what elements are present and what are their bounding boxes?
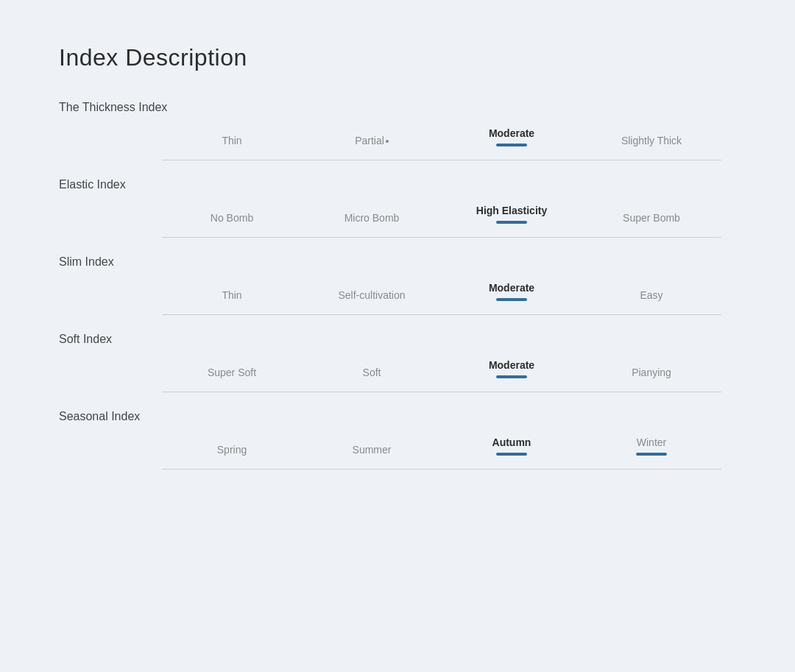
scale-item-seasonal-3: Winter [582, 436, 721, 463]
scale-item-thickness-0: Thin [162, 135, 302, 154]
scale-item-seasonal-1: Summer [302, 444, 442, 463]
scale-item-seasonal-2: Autumn [442, 436, 582, 463]
section-thickness: The Thickness IndexThinPartialModerateSl… [59, 101, 736, 160]
scale-item-soft-1: Soft [302, 367, 442, 386]
divider-slim [162, 314, 721, 315]
sections-container: The Thickness IndexThinPartialModerateSl… [59, 101, 736, 470]
section-label-seasonal: Seasonal Index [59, 410, 736, 423]
section-label-thickness: The Thickness Index [59, 101, 736, 114]
section-label-elastic: Elastic Index [59, 178, 736, 191]
scale-item-slim-2: Moderate [442, 282, 582, 308]
page-title: Index Description [59, 44, 736, 71]
scale-row-slim: ThinSelf-cultivationModerateEasy [59, 282, 736, 308]
section-elastic: Elastic IndexNo BombMicro BombHigh Elast… [59, 178, 736, 238]
scale-item-elastic-3: Super Bomb [582, 212, 721, 231]
scale-item-elastic-0: No Bomb [162, 212, 302, 231]
scale-item-soft-3: Pianying [582, 367, 721, 386]
scale-row-elastic: No BombMicro BombHigh ElasticitySuper Bo… [59, 205, 736, 231]
section-slim: Slim IndexThinSelf-cultivationModerateEa… [59, 255, 736, 315]
section-label-soft: Soft Index [59, 333, 736, 346]
scale-item-slim-3: Easy [582, 289, 721, 308]
divider-elastic [162, 237, 721, 238]
section-label-slim: Slim Index [59, 255, 736, 269]
scale-row-thickness: ThinPartialModerateSlightly Thick [59, 127, 736, 154]
scale-item-seasonal-0: Spring [162, 444, 302, 463]
divider-thickness [162, 160, 721, 160]
scale-item-soft-0: Super Soft [162, 367, 302, 386]
scale-item-elastic-2: High Elasticity [442, 205, 582, 231]
scale-item-thickness-2: Moderate [442, 127, 582, 154]
scale-item-thickness-1: Partial [302, 135, 442, 154]
scale-item-elastic-1: Micro Bomb [302, 212, 442, 231]
divider-soft [162, 392, 721, 392]
scale-row-soft: Super SoftSoftModeratePianying [59, 359, 736, 386]
divider-seasonal [162, 469, 721, 470]
scale-item-slim-1: Self-cultivation [302, 289, 442, 308]
scale-item-thickness-3: Slightly Thick [582, 135, 721, 154]
section-seasonal: Seasonal IndexSpringSummerAutumnWinter [59, 410, 736, 470]
section-soft: Soft IndexSuper SoftSoftModeratePianying [59, 333, 736, 392]
scale-item-soft-2: Moderate [442, 359, 582, 386]
scale-item-slim-0: Thin [162, 289, 302, 308]
scale-row-seasonal: SpringSummerAutumnWinter [59, 436, 736, 463]
